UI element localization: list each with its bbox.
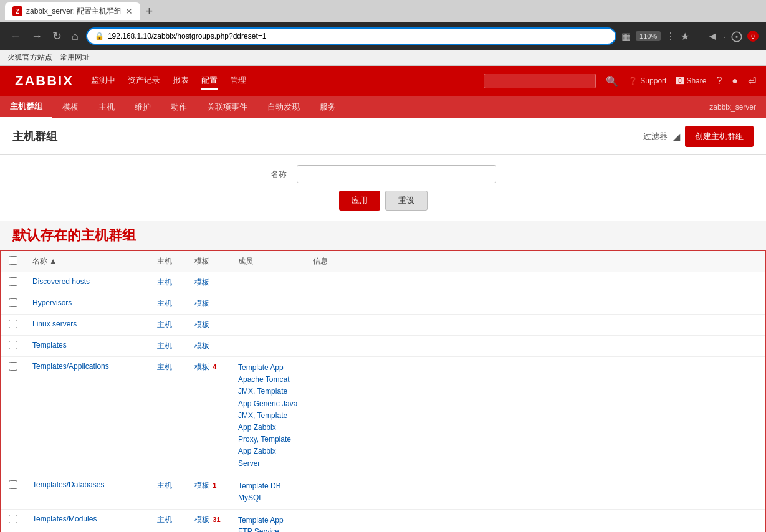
col-header-templates: 模板 bbox=[187, 251, 231, 272]
members-cell: Template App FTP Service, Template App H… bbox=[231, 510, 305, 532]
templates-link[interactable]: 模板 bbox=[194, 320, 209, 329]
back-button[interactable]: ← bbox=[7, 29, 24, 44]
subnav-hostgroups[interactable]: 主机群组 bbox=[0, 96, 52, 119]
reset-filter-button[interactable]: 重设 bbox=[385, 191, 428, 211]
address-bar[interactable]: 🔒 192.168.1.10/zabbix/hostgroups.php?ddr… bbox=[86, 27, 616, 45]
hostgroup-name-link[interactable]: Templates/Databases bbox=[32, 480, 104, 489]
filter-funnel-icon[interactable]: ◢ bbox=[673, 131, 680, 143]
forward-button[interactable]: → bbox=[29, 29, 45, 44]
row-checkbox[interactable] bbox=[9, 362, 17, 371]
reload-button[interactable]: ↻ bbox=[50, 28, 64, 44]
row-checkbox[interactable] bbox=[9, 341, 17, 349]
templates-link[interactable]: 模板 bbox=[194, 341, 209, 350]
row-checkbox[interactable] bbox=[9, 515, 17, 523]
page-header: 主机群组 过滤器 ◢ 创建主机群组 bbox=[0, 118, 766, 155]
lock-icon: 🔒 bbox=[95, 32, 104, 40]
header-right: 🔍 ❓ Support 🅾 Share ? ● ⏎ bbox=[484, 74, 756, 88]
hostgroup-name-link[interactable]: Templates bbox=[32, 341, 67, 349]
hostgroups-table-container: 名称 ▲ 主机 模板 成员 信息 bbox=[0, 250, 766, 532]
row-checkbox[interactable] bbox=[9, 480, 17, 489]
filter-name-label: 名称 bbox=[270, 169, 287, 180]
zabbix-logo[interactable]: ZABBIX bbox=[10, 70, 79, 92]
subnav-maintenance[interactable]: 维护 bbox=[125, 97, 161, 118]
global-search-input[interactable] bbox=[484, 74, 596, 88]
filter-name-input[interactable] bbox=[297, 165, 496, 183]
hosts-link[interactable]: 主机 bbox=[157, 363, 172, 371]
info-cell bbox=[305, 336, 765, 357]
subnav-services[interactable]: 服务 bbox=[310, 97, 346, 118]
subnav-hosts[interactable]: 主机 bbox=[89, 97, 125, 118]
hosts-link[interactable]: 主机 bbox=[157, 515, 172, 524]
templates-link[interactable]: 模板 bbox=[194, 278, 209, 287]
help-icon[interactable]: ? bbox=[716, 75, 722, 87]
tab-close-button[interactable]: ✕ bbox=[125, 6, 133, 16]
zoom-level: 110% bbox=[636, 31, 661, 41]
members-cell: Template DB MySQL bbox=[231, 475, 305, 509]
apply-filter-button[interactable]: 应用 bbox=[339, 191, 380, 211]
row-checkbox[interactable] bbox=[9, 298, 17, 307]
hostgroup-name-link[interactable]: Templates/Applications bbox=[32, 362, 109, 371]
home-button[interactable]: ⌂ bbox=[69, 29, 81, 44]
logout-icon[interactable]: ⏎ bbox=[748, 75, 756, 87]
create-hostgroup-button[interactable]: 创建主机群组 bbox=[685, 126, 754, 147]
subnav-autodiscover[interactable]: 自动发现 bbox=[257, 97, 310, 118]
templates-link[interactable]: 模板 bbox=[194, 363, 209, 371]
subnav-templates[interactable]: 模板 bbox=[52, 97, 89, 118]
top-navigation: 监测中 资产记录 报表 配置 管理 bbox=[91, 72, 246, 90]
col-header-name: 名称 ▲ bbox=[25, 251, 150, 272]
new-tab-button[interactable]: + bbox=[140, 4, 158, 19]
share-icon: 🅾 bbox=[676, 77, 684, 85]
table-row: Templates 主机 模板 bbox=[1, 336, 765, 357]
nav-item-assets[interactable]: 资产记录 bbox=[128, 72, 160, 90]
more-options-icon[interactable]: ⋮ bbox=[666, 31, 676, 42]
hosts-link[interactable]: 主机 bbox=[157, 299, 172, 308]
support-link[interactable]: ❓ Support bbox=[628, 77, 666, 85]
bookmark-item-1[interactable]: 火狐官方站点 bbox=[7, 52, 52, 63]
hosts-link[interactable]: 主机 bbox=[157, 320, 172, 329]
user-icon[interactable]: ● bbox=[732, 75, 738, 87]
extension-icon-3: ⨀ bbox=[731, 29, 742, 43]
hostgroup-name-link[interactable]: Linux servers bbox=[32, 320, 77, 328]
search-icon[interactable]: 🔍 bbox=[606, 75, 618, 87]
filter-panel: 名称 应用 重设 bbox=[0, 155, 766, 221]
row-checkbox[interactable] bbox=[9, 320, 17, 328]
members-cell bbox=[231, 315, 305, 336]
support-icon: ❓ bbox=[628, 77, 638, 85]
browser-tab[interactable]: Z zabbix_server: 配置主机群组 ✕ bbox=[5, 2, 140, 20]
zabbix-favicon: Z bbox=[12, 6, 22, 16]
share-link[interactable]: 🅾 Share bbox=[676, 77, 706, 85]
members-cell: Template App Apache Tomcat JMX, Template… bbox=[231, 357, 305, 475]
bookmark-icon[interactable]: ★ bbox=[681, 31, 689, 42]
bookmark-bar: 火狐官方站点 常用网址 bbox=[0, 50, 766, 66]
info-cell bbox=[305, 293, 765, 315]
templates-link[interactable]: 模板 bbox=[194, 481, 209, 490]
hosts-link[interactable]: 主机 bbox=[157, 341, 172, 350]
subnav-actions[interactable]: 动作 bbox=[161, 97, 197, 118]
row-checkbox[interactable] bbox=[9, 277, 17, 286]
template-count: 31 bbox=[213, 516, 220, 523]
members-cell bbox=[231, 293, 305, 315]
nav-item-config[interactable]: 配置 bbox=[201, 72, 218, 90]
nav-item-admin[interactable]: 管理 bbox=[230, 72, 246, 90]
nav-item-monitor[interactable]: 监测中 bbox=[91, 72, 115, 90]
templates-link[interactable]: 模板 bbox=[194, 299, 209, 308]
hosts-link[interactable]: 主机 bbox=[157, 278, 172, 287]
col-header-hosts: 主机 bbox=[150, 251, 187, 272]
subnav-correlation[interactable]: 关联项事件 bbox=[197, 97, 257, 118]
col-header-info: 信息 bbox=[305, 251, 765, 272]
templates-link[interactable]: 模板 bbox=[194, 515, 209, 524]
members-cell bbox=[231, 336, 305, 357]
hostgroup-name-link[interactable]: Hypervisors bbox=[32, 298, 72, 307]
select-all-checkbox[interactable] bbox=[9, 256, 17, 265]
page-title: 主机群组 bbox=[12, 129, 57, 144]
hostgroup-name-link[interactable]: Templates/Modules bbox=[32, 515, 97, 523]
filter-label: 过滤器 bbox=[643, 131, 668, 142]
hostgroup-name-link[interactable]: Discovered hosts bbox=[32, 277, 90, 286]
template-count: 1 bbox=[213, 482, 216, 489]
info-cell bbox=[305, 475, 765, 509]
qr-icon: ▦ bbox=[621, 31, 631, 42]
bookmark-item-2[interactable]: 常用网址 bbox=[60, 52, 90, 63]
nav-item-reports[interactable]: 报表 bbox=[173, 72, 189, 90]
current-user: zabbix_server bbox=[709, 103, 766, 112]
hosts-link[interactable]: 主机 bbox=[157, 481, 172, 490]
